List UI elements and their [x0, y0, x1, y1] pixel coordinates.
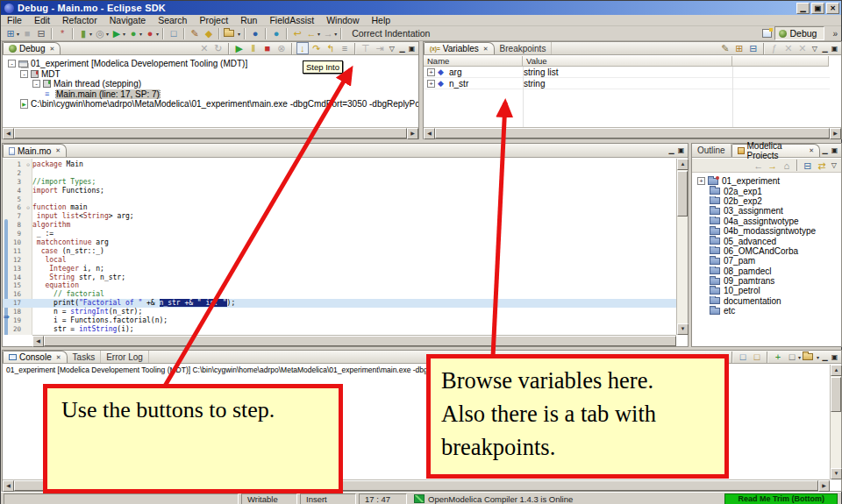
editor-vscrollbar[interactable]: ▲ ▼: [676, 159, 688, 335]
tab-debug[interactable]: Debug✕: [3, 42, 61, 54]
search-icon[interactable]: ◆: [202, 26, 216, 40]
scroll-left-button[interactable]: ◀: [3, 128, 14, 139]
code-line[interactable]: 12 local: [3, 256, 676, 265]
tab-close-icon[interactable]: ✕: [809, 147, 814, 154]
debug-launch-icon[interactable]: ▶▾: [110, 26, 126, 40]
project-tree-item[interactable]: 04a_assigntwotype: [697, 217, 841, 226]
toggle-annotations-icon[interactable]: *: [55, 26, 69, 40]
clear-console-icon[interactable]: □: [736, 350, 750, 364]
minimize-button[interactable]: ▁: [796, 3, 810, 14]
tree-expander-icon[interactable]: -: [20, 70, 28, 78]
remove-icon[interactable]: ✕: [781, 41, 796, 55]
project-tree-item[interactable]: documentation: [697, 296, 841, 306]
variable-row[interactable]: +◆argstring list: [424, 67, 830, 78]
title-bar[interactable]: Debug - Main.mo - Eclipse SDK ▁▣✕: [1, 1, 841, 15]
scroll-right-button[interactable]: ▶: [830, 128, 841, 139]
tab-close-icon[interactable]: ✕: [483, 46, 489, 53]
maximize-view-icon[interactable]: ▣: [676, 146, 686, 154]
open-folder-icon[interactable]: ▾: [223, 26, 241, 40]
home-icon[interactable]: ⌂: [780, 159, 794, 173]
scroll-left-button[interactable]: ◀: [3, 480, 14, 492]
console-vscrollbar[interactable]: ▲ ▼: [830, 365, 841, 479]
minimize-view-icon[interactable]: ▁: [820, 45, 830, 53]
menu-edit[interactable]: Edit: [28, 15, 56, 25]
debug-tree-row[interactable]: -Main thread (stepping): [3, 79, 418, 89]
scroll-lock-icon[interactable]: □: [750, 350, 764, 364]
open-console-icon[interactable]: ▾: [802, 350, 820, 364]
view-menu-chevron-icon[interactable]: ▽: [389, 45, 395, 53]
code-line[interactable]: 7 input list<String> arg;: [3, 212, 676, 221]
code-line[interactable]: 4import Functions;: [3, 187, 676, 195]
terminate-icon[interactable]: ■: [260, 41, 275, 55]
scroll-left-button[interactable]: ◀: [32, 336, 44, 347]
watch-expression-icon[interactable]: ƒ: [767, 41, 781, 55]
debug-tree-row[interactable]: ≡Main.main (line: 17, SP: 7): [3, 89, 418, 100]
code-line[interactable]: 19 i = Functions.factorial(n);: [3, 316, 676, 325]
project-tree-item[interactable]: +01_experiment: [697, 176, 841, 186]
minimize-view-icon[interactable]: ▁: [820, 146, 830, 154]
read-me-trim-button[interactable]: Read Me Trim (Bottom): [724, 493, 838, 504]
tab-close-icon[interactable]: ✕: [56, 354, 61, 361]
column-header-value[interactable]: Value: [523, 56, 732, 67]
project-tree-item[interactable]: 07_pam: [697, 256, 841, 266]
code-line[interactable]: 11 case (n_str::_): [3, 247, 676, 256]
disconnect-icon[interactable]: ⊗: [275, 41, 289, 55]
close-button[interactable]: ✕: [826, 3, 839, 14]
code-line[interactable]: 15 equation: [3, 281, 676, 290]
tab-tasks[interactable]: Tasks: [68, 351, 102, 363]
code-line[interactable]: 2: [3, 169, 676, 178]
show-logical-structures-icon[interactable]: ⊞: [732, 41, 746, 55]
project-tree-item[interactable]: 02b_exp2: [697, 196, 841, 206]
tab-close-icon[interactable]: ✕: [55, 147, 61, 154]
scroll-right-button[interactable]: ▶: [818, 480, 830, 492]
menu-run[interactable]: Run: [234, 15, 263, 25]
scroll-up-button[interactable]: ▲: [677, 159, 689, 170]
menu-fieldassist[interactable]: FieldAssist: [263, 15, 320, 25]
tab-close-icon[interactable]: ✕: [49, 46, 54, 53]
run-launch-icon[interactable]: ●▾: [126, 26, 143, 40]
menu-project[interactable]: Project: [193, 15, 234, 25]
open-resource-icon[interactable]: ✎: [188, 26, 202, 40]
show-type-names-icon[interactable]: ✎: [718, 41, 732, 55]
new-wizard-icon[interactable]: ⊞▾: [4, 26, 20, 40]
code-line[interactable]: 3//import Types;: [3, 178, 676, 187]
maximize-view-icon[interactable]: ▣: [830, 146, 839, 154]
project-tree-item[interactable]: 05_advanced: [697, 236, 841, 245]
project-tree-item[interactable]: 08_pamdecl: [697, 266, 841, 276]
workspace-icon[interactable]: ●: [248, 26, 262, 40]
open-perspective-icon[interactable]: [762, 29, 772, 38]
project-tree-item[interactable]: 10_petrol: [697, 286, 841, 295]
pin-console-icon[interactable]: +: [771, 350, 785, 364]
code-line[interactable]: 17 print("Factorial of " +& n_str +& " i…: [3, 299, 676, 308]
project-tree-item[interactable]: 03_assignment: [697, 206, 841, 216]
code-line[interactable]: 18 n = stringInt(n_str);: [3, 308, 676, 316]
maximize-view-icon[interactable]: ▣: [830, 45, 839, 53]
tab-variables[interactable]: (x)=Variables✕: [424, 42, 495, 54]
perspective-overflow-chevron[interactable]: »: [832, 29, 838, 39]
display-console-icon[interactable]: □▾: [785, 350, 802, 364]
tab-error-log[interactable]: Error Log: [101, 351, 149, 363]
code-line[interactable]: 5: [3, 195, 676, 204]
code-line[interactable]: 16 // factorial: [3, 290, 676, 299]
project-tree-item[interactable]: 02a_exp1: [697, 186, 841, 195]
debug-tree-row[interactable]: -01_experiment [Modelica Developement To…: [3, 59, 418, 69]
code-line[interactable]: 13 Integer i, n;: [3, 265, 676, 273]
scroll-down-button[interactable]: ▼: [831, 468, 842, 479]
menu-search[interactable]: Search: [152, 15, 193, 25]
web-browser-icon[interactable]: ●: [269, 26, 283, 40]
project-tree-item[interactable]: 04b_modassigntwotype: [697, 226, 841, 236]
new-config-icon[interactable]: ▮▾: [76, 26, 93, 40]
menu-file[interactable]: File: [1, 15, 28, 25]
debug-tree-row[interactable]: -MDT: [3, 69, 418, 80]
minimize-view-icon[interactable]: ▁: [397, 45, 407, 53]
skip-breakpoints-icon[interactable]: ◎▾: [93, 26, 110, 40]
minimize-view-icon[interactable]: ▁: [820, 353, 830, 361]
code-line[interactable]: 1⊖package Main: [3, 160, 676, 169]
scroll-up-button[interactable]: ▲: [831, 365, 842, 376]
variables-hscrollbar[interactable]: ◀ ▶: [424, 127, 841, 138]
collapse-all-icon[interactable]: ⊟: [801, 159, 815, 173]
print-icon[interactable]: ⊟: [34, 26, 48, 40]
tree-expander-icon[interactable]: +: [427, 68, 435, 76]
column-header-name[interactable]: Name: [424, 56, 523, 67]
tab-console[interactable]: Console✕: [3, 351, 68, 363]
